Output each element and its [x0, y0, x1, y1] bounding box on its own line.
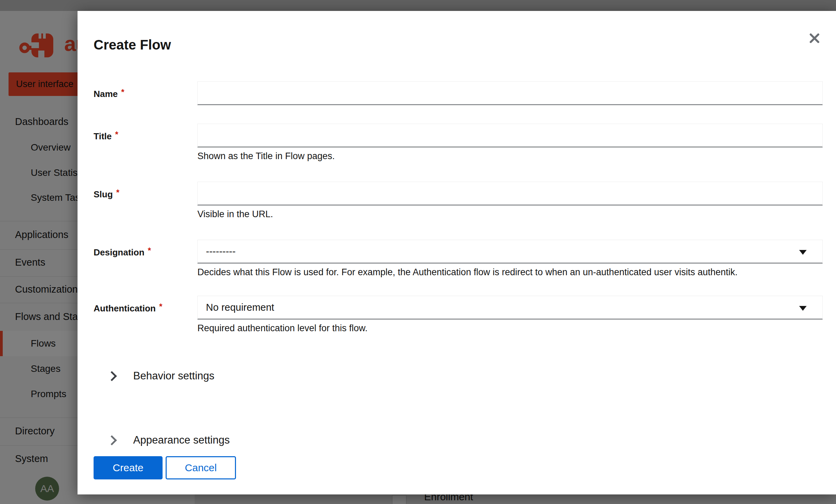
required-marker: *	[116, 188, 119, 197]
chevron-down-icon	[799, 306, 807, 311]
title-input[interactable]	[197, 124, 823, 148]
field-row-designation: Designation* --------- Decides what this…	[94, 240, 823, 278]
name-control	[197, 81, 823, 105]
slug-label: Slug*	[94, 182, 197, 220]
modal-title: Create Flow	[94, 37, 171, 53]
chevron-down-icon	[799, 250, 807, 255]
designation-label: Designation*	[94, 240, 197, 278]
designation-help-text: Decides what this Flow is used for. For …	[197, 266, 823, 278]
required-marker: *	[121, 87, 124, 97]
required-marker: *	[159, 302, 162, 311]
title-label: Title*	[94, 124, 197, 162]
required-marker: *	[148, 246, 151, 255]
chevron-right-icon	[107, 435, 117, 445]
behavior-settings-label: Behavior settings	[133, 370, 214, 382]
authentication-label: Authentication*	[94, 296, 197, 334]
close-icon[interactable]	[808, 32, 821, 45]
create-flow-form: Name* Title* Shown as the Title in Flow …	[94, 81, 823, 479]
authentication-help-text: Required authentication level for this f…	[197, 322, 823, 334]
field-row-name: Name*	[94, 81, 823, 105]
create-flow-modal: Create Flow Name* Title* Shown as the Ti…	[78, 11, 836, 494]
designation-select-value: ---------	[206, 246, 236, 257]
name-input[interactable]	[197, 81, 823, 105]
designation-select[interactable]: ---------	[197, 240, 823, 264]
behavior-settings-toggle[interactable]: Behavior settings	[94, 368, 823, 384]
slug-control: Visible in the URL.	[197, 182, 823, 220]
cancel-button[interactable]: Cancel	[166, 456, 236, 479]
title-control: Shown as the Title in Flow pages.	[197, 124, 823, 162]
required-marker: *	[115, 130, 118, 139]
name-label: Name*	[94, 81, 197, 105]
authentication-select[interactable]: No requirement	[197, 296, 823, 320]
authentication-control: No requirement Required authentication l…	[197, 296, 823, 334]
appearance-settings-label: Appearance settings	[133, 434, 230, 446]
modal-footer: Create Cancel	[94, 456, 823, 479]
appearance-settings-toggle[interactable]: Appearance settings	[94, 432, 823, 448]
title-help-text: Shown as the Title in Flow pages.	[197, 150, 823, 162]
field-row-title: Title* Shown as the Title in Flow pages.	[94, 124, 823, 162]
designation-control: --------- Decides what this Flow is used…	[197, 240, 823, 278]
field-row-slug: Slug* Visible in the URL.	[94, 182, 823, 220]
slug-input[interactable]	[197, 182, 823, 206]
authentication-select-value: No requirement	[206, 302, 274, 313]
chevron-right-icon	[107, 371, 117, 381]
create-button[interactable]: Create	[94, 456, 163, 479]
field-row-authentication: Authentication* No requirement Required …	[94, 296, 823, 334]
slug-help-text: Visible in the URL.	[197, 208, 823, 220]
